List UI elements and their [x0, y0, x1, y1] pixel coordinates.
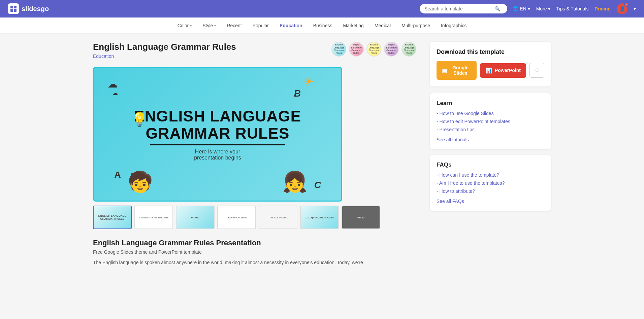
- search-bar: 🔍: [420, 4, 507, 13]
- template-preview[interactable]: ☁ ☁ ☀ A B C 💡 🧒 👧 English Language Gramm…: [93, 67, 342, 202]
- right-column: Download this template ▣ Google Slides 📊…: [430, 42, 551, 266]
- user-avatar[interactable]: 👤 1: [617, 3, 627, 14]
- more-menu[interactable]: More ▾: [536, 6, 550, 11]
- thumb-2[interactable]: Contents of the template: [134, 206, 173, 229]
- description-title: English Language Grammar Rules Presentat…: [93, 239, 416, 247]
- preview-title-line2: Grammar Rules: [146, 125, 290, 142]
- preview-main-title: English Language Grammar Rules: [134, 108, 301, 142]
- cat-marketing[interactable]: Marketing: [337, 17, 369, 34]
- svg-rect-0: [10, 6, 13, 8]
- bulb-icon: 💡: [131, 112, 148, 128]
- faq-link-3[interactable]: How to attribute?: [437, 188, 544, 194]
- thumb-3[interactable]: Whoa!: [176, 206, 215, 229]
- cat-popular-label: Popular: [253, 23, 269, 28]
- variant-1[interactable]: English Language Grammar Rules: [331, 42, 346, 57]
- letter-a-deco: A: [114, 170, 121, 180]
- variant-5[interactable]: English Language Grammar Rules: [401, 42, 416, 57]
- cat-multipurpose[interactable]: Multi-purpose: [396, 17, 436, 34]
- cat-color[interactable]: Color ▾: [172, 17, 197, 34]
- faq-link-2[interactable]: Am I free to use the templates?: [437, 180, 544, 186]
- thumb-7[interactable]: Photo: [342, 206, 380, 229]
- svg-rect-1: [14, 6, 17, 8]
- thumb-6[interactable]: 01 Capitalization Rules: [300, 206, 339, 229]
- learn-link-1[interactable]: How to use Google Slides: [437, 111, 544, 116]
- faq-title: FAQs: [437, 162, 544, 168]
- search-icon: 🔍: [494, 6, 500, 11]
- learn-link-3[interactable]: Presentation tips: [437, 127, 544, 132]
- search-input[interactable]: [424, 6, 492, 11]
- learn-section: Learn How to use Google Slides How to ed…: [430, 93, 551, 149]
- chevron-down-icon: ▾: [528, 6, 530, 11]
- cat-infographics-label: Infographics: [441, 23, 466, 28]
- cat-popular[interactable]: Popular: [247, 17, 274, 34]
- template-title: English Language Grammar Rules: [93, 42, 236, 52]
- chevron-down-icon-color: ▾: [190, 24, 192, 28]
- download-section: Download this template ▣ Google Slides 📊…: [430, 42, 551, 86]
- category-navigation: Color ▾ Style ▾ Recent Popular Education…: [0, 17, 644, 34]
- variant-2[interactable]: English Language Grammar Rules: [349, 42, 364, 57]
- description-subtitle: Free Google Slides theme and PowerPoint …: [93, 249, 416, 255]
- see-all-faqs-link[interactable]: See all FAQs: [437, 199, 464, 204]
- logo-icon: [8, 3, 19, 14]
- pricing-link[interactable]: Pricing: [595, 6, 611, 11]
- logo[interactable]: slidesgo: [8, 3, 49, 14]
- cat-business[interactable]: Business: [308, 17, 338, 34]
- learn-link-2[interactable]: How to edit PowerPoint templates: [437, 119, 544, 124]
- cat-recent[interactable]: Recent: [221, 17, 247, 34]
- cat-education-label: Education: [280, 23, 302, 28]
- logo-text: slidesgo: [22, 5, 49, 13]
- variant-3[interactable]: English Language Grammar Rules: [366, 42, 381, 57]
- cat-marketing-label: Marketing: [343, 23, 363, 28]
- see-all-tutorials-link[interactable]: See all tutorials: [437, 137, 469, 142]
- chevron-down-icon-avatar[interactable]: ▾: [634, 6, 636, 11]
- more-label: More: [536, 6, 547, 11]
- cat-business-label: Business: [313, 23, 332, 28]
- notification-badge: 1: [624, 2, 629, 7]
- sun-icon: ☀: [303, 75, 314, 89]
- svg-rect-3: [14, 9, 17, 12]
- cloud-icon-1: ☁: [107, 78, 118, 90]
- learn-title: Learn: [437, 100, 544, 107]
- letter-b-deco: B: [294, 88, 301, 99]
- preview-content: English Language Grammar Rules Here is w…: [127, 101, 308, 168]
- thumb-4[interactable]: Table of Contents: [217, 206, 256, 229]
- cat-style[interactable]: Style ▾: [197, 17, 221, 34]
- download-buttons: ▣ Google Slides 📊 PowerPoint ♡: [437, 61, 544, 80]
- download-title: Download this template: [437, 48, 544, 56]
- color-variants: English Language Grammar Rules English L…: [331, 42, 416, 57]
- kid-right-icon: 👧: [282, 170, 308, 194]
- template-category-link[interactable]: Education: [93, 54, 236, 59]
- favorite-button[interactable]: ♡: [529, 63, 544, 78]
- language-selector[interactable]: 🌐 EN ▾: [513, 6, 530, 11]
- heart-icon: ♡: [534, 67, 540, 74]
- kid-left-icon: 🧒: [128, 170, 153, 194]
- template-header: English Language Grammar Rules Education…: [93, 42, 416, 64]
- cat-medical-label: Medical: [375, 23, 391, 28]
- top-navigation: slidesgo 🔍 🌐 EN ▾ More ▾ Tips & Tutorial…: [0, 0, 644, 17]
- google-slides-label: Google Slides: [450, 65, 471, 76]
- tips-tutorials-link[interactable]: Tips & Tutorials: [556, 6, 589, 11]
- chevron-down-icon-style: ▾: [214, 24, 216, 28]
- variant-4[interactable]: English Language Grammar Rules: [384, 42, 399, 57]
- preview-underline: [150, 144, 285, 145]
- lang-label: EN: [520, 6, 526, 11]
- description-text: The English language is spoken almost an…: [93, 259, 416, 266]
- google-slides-button[interactable]: ▣ Google Slides: [437, 61, 477, 80]
- left-column: English Language Grammar Rules Education…: [93, 42, 416, 266]
- cat-education[interactable]: Education: [274, 17, 308, 34]
- cat-style-label: Style: [202, 23, 213, 28]
- faq-section: FAQs How can I use the template? Am I fr…: [430, 155, 551, 211]
- powerpoint-label: PowerPoint: [495, 68, 521, 73]
- powerpoint-button[interactable]: 📊 PowerPoint: [480, 63, 526, 78]
- cat-medical[interactable]: Medical: [369, 17, 396, 34]
- google-slides-icon: ▣: [442, 67, 447, 74]
- cat-color-label: Color: [178, 23, 189, 28]
- preview-subtitle: Here is where yourpresentation begins: [134, 149, 301, 161]
- thumbnail-strip: ENGLISH LANGUAGE GRAMMAR RULES Contents …: [93, 206, 416, 229]
- main-content: English Language Grammar Rules Education…: [79, 34, 565, 274]
- thumb-1[interactable]: ENGLISH LANGUAGE GRAMMAR RULES: [93, 206, 132, 229]
- thumb-5[interactable]: "This is a quote...": [259, 206, 297, 229]
- cat-infographics[interactable]: Infographics: [436, 17, 472, 34]
- faq-link-1[interactable]: How can I use the template?: [437, 172, 544, 178]
- preview-title-line1: English Language: [134, 107, 301, 125]
